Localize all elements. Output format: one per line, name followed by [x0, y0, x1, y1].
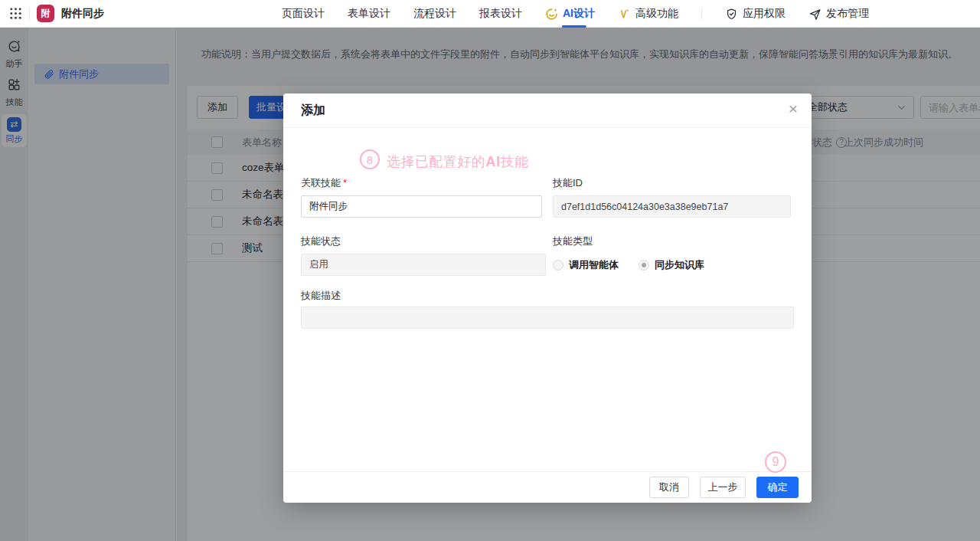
related-skill-input[interactable]: [301, 195, 542, 218]
annotation-text-bold: AI: [486, 154, 501, 169]
nav-advanced[interactable]: 高级功能: [618, 0, 678, 28]
shield-check-icon: [725, 8, 738, 21]
related-skill-label: 关联技能*: [301, 176, 347, 190]
cancel-button[interactable]: 取消: [649, 477, 689, 498]
top-nav: 页面设计 表单设计 流程设计 报表设计 AI设计 高级功能: [282, 0, 869, 28]
app-badge: 附: [37, 5, 54, 22]
nav-publish[interactable]: 发布管理: [808, 0, 869, 28]
add-dialog: 添加 × 关联技能* 技能ID 技能状态 技能类型 调用智能体: [283, 93, 812, 503]
send-icon: [808, 8, 822, 21]
nav-label: 发布管理: [826, 7, 869, 21]
active-tab-underline: [561, 25, 586, 28]
annotation-step-9-circle: 9: [765, 451, 786, 473]
topbar-divider: [29, 8, 30, 20]
app-screen: 附 附件同步 页面设计 表单设计 流程设计 报表设计 AI设计: [0, 0, 980, 541]
annotation-step-8-circle: 8: [360, 149, 380, 169]
annotation-text-segment: 选择已配置好的: [387, 154, 486, 169]
nav-label: 页面设计: [282, 7, 325, 21]
nav-label: 高级功能: [635, 7, 678, 21]
annotation-step-8-text: 选择已配置好的AI技能: [387, 152, 529, 171]
radio-call-agent[interactable]: 调用智能体: [553, 258, 619, 272]
radio-label: 调用智能体: [569, 258, 619, 272]
skill-description-input: [301, 307, 794, 329]
skill-type-radio-group: 调用智能体 同步知识库: [553, 254, 704, 276]
skill-description-label: 技能描述: [301, 289, 341, 303]
nav-flow-design[interactable]: 流程设计: [413, 0, 456, 28]
nav-report-design[interactable]: 报表设计: [479, 0, 522, 28]
nav-ai-design[interactable]: AI设计: [545, 0, 595, 28]
dialog-title: 添加: [301, 103, 325, 119]
radio-sync-knowledge[interactable]: 同步知识库: [639, 258, 704, 272]
skill-type-label: 技能类型: [553, 234, 593, 248]
skill-id-label: 技能ID: [553, 176, 583, 190]
app-grid-icon[interactable]: [9, 7, 22, 20]
dialog-footer: 取消 上一步 确定: [283, 471, 812, 503]
skill-id-input: [553, 195, 791, 218]
radio-label: 同步知识库: [655, 258, 704, 272]
v-sparkle-icon: [618, 8, 631, 21]
confirm-button[interactable]: 确定: [756, 477, 799, 498]
nav-separator: [701, 8, 702, 19]
skill-status-label: 技能状态: [301, 234, 341, 248]
nav-label: AI设计: [563, 7, 595, 21]
skill-status-input: [301, 254, 546, 276]
topbar-left: 附 附件同步: [0, 5, 104, 22]
nav-label: 表单设计: [348, 7, 390, 21]
previous-step-button[interactable]: 上一步: [700, 477, 746, 498]
radio-circle-unchecked: [553, 260, 564, 270]
radio-circle-checked: [639, 260, 649, 270]
ai-smile-icon: [545, 8, 558, 21]
app-title: 附件同步: [61, 7, 104, 21]
nav-form-design[interactable]: 表单设计: [348, 0, 390, 28]
label-text: 关联技能: [301, 177, 341, 189]
nav-permissions[interactable]: 应用权限: [725, 0, 786, 28]
nav-label: 应用权限: [743, 7, 786, 21]
dialog-header: 添加 ×: [283, 93, 812, 128]
nav-page-design[interactable]: 页面设计: [282, 0, 325, 28]
close-icon[interactable]: ×: [789, 100, 798, 116]
annotation-text-segment: 技能: [501, 154, 529, 169]
nav-label: 报表设计: [479, 7, 522, 21]
topbar: 附 附件同步 页面设计 表单设计 流程设计 报表设计 AI设计: [0, 0, 980, 28]
nav-label: 流程设计: [413, 7, 456, 21]
required-asterisk: *: [343, 177, 347, 189]
